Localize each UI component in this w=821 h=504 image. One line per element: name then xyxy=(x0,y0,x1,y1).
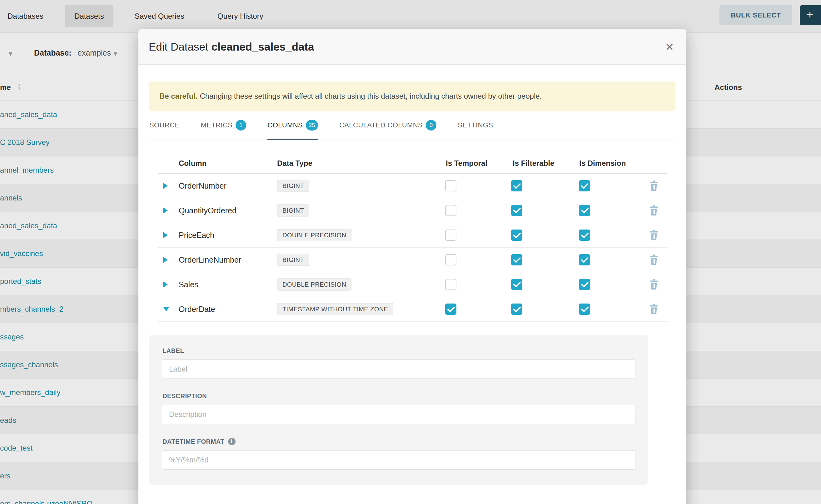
column-type-badge: DOUBLE PRECISION xyxy=(277,229,351,241)
delete-column-icon[interactable] xyxy=(649,180,659,191)
is-temporal-checkbox[interactable] xyxy=(445,304,457,315)
expand-caret-icon[interactable] xyxy=(163,307,169,312)
is-dimension-checkbox[interactable] xyxy=(579,304,590,315)
is-temporal-checkbox[interactable] xyxy=(445,279,457,290)
tab-label: COLUMNS xyxy=(267,121,303,129)
expand-caret-icon[interactable] xyxy=(163,183,168,189)
warning-bold-text: Be careful. xyxy=(159,92,198,100)
columns-table-header: Column Data Type Is Temporal Is Filterab… xyxy=(158,154,667,174)
column-type-badge: DOUBLE PRECISION xyxy=(277,279,351,291)
tab-count-badge: 25 xyxy=(306,120,318,131)
warning-text: Changing these settings will affect all … xyxy=(198,92,542,100)
is-temporal-checkbox[interactable] xyxy=(445,254,457,265)
tab-label: SETTINGS xyxy=(458,121,493,129)
expand-caret-icon[interactable] xyxy=(163,207,168,214)
column-detail-panel: LABEL DESCRIPTION DATETIME FORMAT i xyxy=(149,335,648,485)
header-data-type: Data Type xyxy=(277,159,312,168)
column-name: OrderNumber xyxy=(179,181,226,190)
columns-table-body: OrderNumber BIGINT QuantityOrdered BIGIN… xyxy=(158,174,667,322)
delete-column-icon[interactable] xyxy=(649,304,659,314)
tab-count-badge: 1 xyxy=(235,120,246,131)
description-input[interactable] xyxy=(162,405,636,424)
modal-header: Edit Datasetcleaned_sales_data × xyxy=(138,29,686,65)
expand-caret-icon[interactable] xyxy=(163,257,168,263)
column-type-badge: BIGINT xyxy=(277,205,309,217)
tab-settings[interactable]: SETTINGS xyxy=(458,111,493,140)
label-input[interactable] xyxy=(162,359,636,379)
is-dimension-checkbox[interactable] xyxy=(579,230,590,241)
description-field-label: DESCRIPTION xyxy=(162,393,636,400)
column-name: OrderDate xyxy=(179,305,215,314)
close-icon[interactable]: × xyxy=(665,40,674,54)
app-root: Databases Datasets Saved Queries Query H… xyxy=(0,0,821,504)
is-dimension-checkbox[interactable] xyxy=(579,180,590,191)
expand-caret-icon[interactable] xyxy=(163,281,168,288)
modal-body: Be careful. Changing these settings will… xyxy=(138,82,686,485)
info-icon[interactable]: i xyxy=(228,438,235,445)
tab-count-badge: 0 xyxy=(426,120,437,131)
column-row: QuantityOrdered BIGINT xyxy=(158,198,667,223)
header-is-filterable: Is Filterable xyxy=(513,159,554,168)
header-is-dimension: Is Dimension xyxy=(579,159,626,168)
column-row: OrderDate TIMESTAMP WITHOUT TIME ZONE xyxy=(158,297,667,322)
tab-label: CALCULATED COLUMNS xyxy=(339,121,423,129)
column-name: QuantityOrdered xyxy=(179,206,236,215)
column-name: PriceEach xyxy=(179,231,214,240)
delete-column-icon[interactable] xyxy=(649,205,659,216)
modal-title: Edit Datasetcleaned_sales_data xyxy=(149,29,314,64)
tab-source[interactable]: SOURCE xyxy=(149,111,180,140)
is-filterable-checkbox[interactable] xyxy=(511,304,522,315)
is-temporal-checkbox[interactable] xyxy=(445,205,457,216)
column-row: PriceEach DOUBLE PRECISION xyxy=(158,223,667,248)
columns-table: Column Data Type Is Temporal Is Filterab… xyxy=(158,154,667,322)
tab-calculated-columns[interactable]: CALCULATED COLUMNS0 xyxy=(339,111,437,140)
is-dimension-checkbox[interactable] xyxy=(579,254,590,265)
tab-columns[interactable]: COLUMNS25 xyxy=(267,111,318,140)
is-dimension-checkbox[interactable] xyxy=(579,279,590,290)
tab-label: METRICS xyxy=(201,121,233,129)
is-dimension-checkbox[interactable] xyxy=(579,205,590,216)
is-filterable-checkbox[interactable] xyxy=(511,254,522,265)
is-filterable-checkbox[interactable] xyxy=(511,205,522,216)
modal-title-dataset-name: cleaned_sales_data xyxy=(211,41,314,53)
delete-column-icon[interactable] xyxy=(649,279,659,290)
column-name: OrderLineNumber xyxy=(179,255,241,264)
warning-banner: Be careful. Changing these settings will… xyxy=(149,82,675,111)
column-name: Sales xyxy=(179,280,198,289)
column-row: OrderLineNumber BIGINT xyxy=(158,248,667,272)
column-type-badge: TIMESTAMP WITHOUT TIME ZONE xyxy=(277,303,393,315)
modal-title-prefix: Edit Dataset xyxy=(149,41,208,53)
is-temporal-checkbox[interactable] xyxy=(445,230,457,241)
is-temporal-checkbox[interactable] xyxy=(445,180,457,191)
tab-metrics[interactable]: METRICS1 xyxy=(201,111,246,140)
delete-column-icon[interactable] xyxy=(649,230,659,240)
is-filterable-checkbox[interactable] xyxy=(511,180,522,191)
edit-dataset-modal: Edit Datasetcleaned_sales_data × Be care… xyxy=(138,29,686,504)
label-field-label: LABEL xyxy=(162,347,636,354)
is-filterable-checkbox[interactable] xyxy=(511,230,522,241)
column-type-badge: BIGINT xyxy=(277,180,309,192)
delete-column-icon[interactable] xyxy=(649,254,659,265)
tab-label: SOURCE xyxy=(149,121,180,129)
column-type-badge: BIGINT xyxy=(277,254,309,266)
header-column: Column xyxy=(179,159,206,168)
datetime-format-input[interactable] xyxy=(162,450,636,470)
column-row: OrderNumber BIGINT xyxy=(158,174,667,198)
column-row: Sales DOUBLE PRECISION xyxy=(158,272,667,297)
header-is-temporal: Is Temporal xyxy=(446,159,487,168)
expand-caret-icon[interactable] xyxy=(163,232,168,238)
is-filterable-checkbox[interactable] xyxy=(511,279,522,290)
datetime-format-field-label: DATETIME FORMAT i xyxy=(162,438,636,445)
modal-tabs: SOURCEMETRICS1COLUMNS25CALCULATED COLUMN… xyxy=(149,111,675,140)
